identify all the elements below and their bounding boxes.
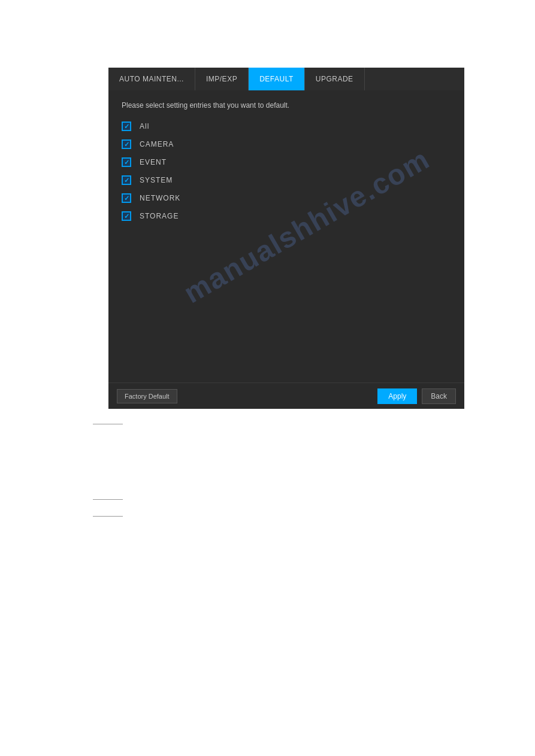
label-event: EVENT bbox=[140, 158, 167, 166]
checkmark-system: ✓ bbox=[124, 177, 129, 184]
line-mark-1 bbox=[93, 424, 123, 424]
back-button[interactable]: Back bbox=[422, 388, 456, 404]
checkmark-network: ✓ bbox=[124, 195, 129, 202]
tab-upgrade[interactable]: UPGRADE bbox=[305, 68, 365, 90]
checkbox-event[interactable]: ✓ bbox=[122, 157, 131, 167]
checkmark-camera: ✓ bbox=[124, 141, 129, 148]
label-network: NETWORK bbox=[140, 194, 180, 202]
checkbox-row-storage: ✓ STORAGE bbox=[122, 211, 451, 221]
tab-default[interactable]: DEFAULT bbox=[249, 68, 305, 90]
checkbox-storage[interactable]: ✓ bbox=[122, 211, 131, 221]
label-camera: CAMERA bbox=[140, 140, 174, 148]
content-area: Please select setting entries that you w… bbox=[108, 90, 464, 382]
tab-bar: AUTO MAINTEN... IMP/EXP DEFAULT UPGRADE bbox=[108, 68, 464, 90]
apply-button[interactable]: Apply bbox=[377, 388, 417, 404]
label-all: All bbox=[140, 122, 149, 130]
checkbox-row-all: ✓ All bbox=[122, 122, 451, 131]
factory-default-button[interactable]: Factory Default bbox=[117, 389, 177, 403]
checkbox-camera[interactable]: ✓ bbox=[122, 139, 131, 149]
checkbox-row-network: ✓ NETWORK bbox=[122, 193, 451, 203]
line-mark-2 bbox=[93, 499, 123, 500]
checkbox-system[interactable]: ✓ bbox=[122, 175, 131, 185]
checkbox-row-event: ✓ EVENT bbox=[122, 157, 451, 167]
tab-imp-exp[interactable]: IMP/EXP bbox=[195, 68, 249, 90]
checkbox-all[interactable]: ✓ bbox=[122, 122, 131, 131]
checkbox-network[interactable]: ✓ bbox=[122, 193, 131, 203]
right-buttons: Apply Back bbox=[377, 388, 456, 404]
footer-bar: Factory Default Apply Back bbox=[108, 382, 464, 409]
line-mark-3 bbox=[93, 516, 123, 517]
checkmark-storage: ✓ bbox=[124, 213, 129, 220]
checkmark-all: ✓ bbox=[124, 123, 129, 130]
checkbox-row-system: ✓ SYSTEM bbox=[122, 175, 451, 185]
instruction-text: Please select setting entries that you w… bbox=[122, 101, 451, 110]
checkmark-event: ✓ bbox=[124, 159, 129, 166]
tab-auto-maint[interactable]: AUTO MAINTEN... bbox=[108, 68, 195, 90]
checkbox-row-camera: ✓ CAMERA bbox=[122, 139, 451, 149]
main-panel: AUTO MAINTEN... IMP/EXP DEFAULT UPGRADE … bbox=[108, 68, 464, 409]
label-system: SYSTEM bbox=[140, 176, 173, 184]
label-storage: STORAGE bbox=[140, 212, 179, 220]
